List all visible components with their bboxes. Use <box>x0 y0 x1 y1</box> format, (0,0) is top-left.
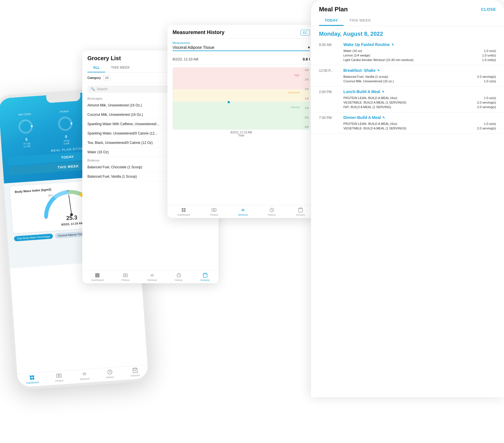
meal-item: PROTEIN LEAN- BUILD A MEAL (4oz) 1.0 oz(… <box>343 121 496 126</box>
grocery-nav-workout[interactable]: Workout <box>147 273 157 282</box>
svg-text:14: 14 <box>45 217 48 219</box>
meal-item: FAT- BUILD A MEAL (1 SERVING) 2.0 servin… <box>343 105 496 109</box>
svg-rect-13 <box>30 375 32 377</box>
meal-plan-tab-today[interactable]: TODAY <box>319 15 344 26</box>
grocery-bottom-nav: Dashboard Photos Workout History Grocery <box>82 270 219 283</box>
meal-plan-date: Monday, August 8, 2022 <box>311 26 504 39</box>
measurement-ec-button[interactable]: EC <box>301 30 310 35</box>
meal-name-1: Breakfast- Shake ✎ <box>343 68 496 73</box>
meal-item: VEGETABLE- BUILD A MEAL (1 SERVINGS) 2.0… <box>343 126 496 131</box>
grocery-tab-all[interactable]: ALL <box>87 63 105 72</box>
meas-nav-photos[interactable]: Photos <box>210 207 218 216</box>
meal-items-1: Balanced Fuel, Vanilla (1 scoop) 2.0 ser… <box>343 74 496 83</box>
meal-block-3: 7:30 PM Dinner-Build A Meal ✎ PROTEIN LE… <box>311 112 504 134</box>
chip-total-body-water[interactable]: Total Body Water Percentage <box>14 234 53 241</box>
chart-y-labels: 3.0 2.5 2.0 1.5 1.0 0.5 0.0 <box>305 68 308 129</box>
measurement-screen: Measurement History EC Measurement Visce… <box>167 25 315 218</box>
svg-text:18.5: 18.5 <box>48 194 53 197</box>
meal-plan-topbar: Meal Plan CLOSE <box>311 0 504 13</box>
nav-history[interactable]: History <box>106 369 114 379</box>
svg-point-28 <box>151 274 153 276</box>
measurement-bottom-nav: Dashboard Photos Workout History Grocery <box>167 205 315 218</box>
nav-photos[interactable]: Photos <box>55 373 63 383</box>
svg-rect-35 <box>182 210 184 212</box>
svg-point-27 <box>125 275 126 276</box>
meal-name-3: Dinner-Build A Meal ✎ <box>343 115 496 120</box>
grocery-title: Grocery List <box>87 55 121 62</box>
measurement-chart-area: 3.0 2.5 2.0 1.5 1.0 0.5 0.0 High Increas… <box>167 64 315 140</box>
meal-item: Balanced Fuel, Vanilla (1 scoop) 2.0 ser… <box>343 74 496 79</box>
svg-rect-16 <box>32 378 34 380</box>
svg-rect-34 <box>184 208 186 210</box>
meal-items-2: PROTEIN LEAN- BUILD A MEAL (4oz) 1.0 oz(… <box>343 96 496 109</box>
meal-item: Water (16 oz) 1.0 oz(s) <box>343 49 496 53</box>
close-button[interactable]: CLOSE <box>481 7 496 12</box>
meal-plan-screen: Meal Plan CLOSE TODAY THIS WEEK Monday, … <box>311 0 504 397</box>
meas-nav-dashboard[interactable]: Dashboard <box>177 207 190 216</box>
svg-rect-15 <box>30 378 32 380</box>
meas-nav-history[interactable]: History <box>268 207 276 216</box>
grocery-nav-history[interactable]: History <box>175 273 183 282</box>
svg-rect-33 <box>182 208 184 210</box>
svg-rect-26 <box>123 274 128 277</box>
meal-block-0: 9:30 AM Wake Up Fasted Routine ✎ Water (… <box>311 39 504 65</box>
nav-grocery[interactable]: Grocery <box>130 367 140 377</box>
meal-block-1: 12:00 P... Breakfast- Shake ✎ Balanced F… <box>311 65 504 87</box>
svg-rect-14 <box>32 375 34 377</box>
measurement-chart: 3.0 2.5 2.0 1.5 1.0 0.5 0.0 High Increas… <box>173 67 310 130</box>
nav-workout[interactable]: Workout <box>79 371 90 381</box>
chart-x-label: 8/2/22, 11:10 AM Time <box>173 131 310 137</box>
meal-edit-icon-1[interactable]: ✎ <box>377 69 380 72</box>
svg-rect-23 <box>98 273 99 275</box>
measurement-dropdown-row: Measurement Visceral Adipose Tissue ▾ <box>167 39 315 54</box>
svg-point-7 <box>70 213 73 216</box>
meal-item: Lemon (1/4 wedge) 1.0 unit(s) <box>343 53 496 58</box>
grocery-nav-dashboard[interactable]: Dashboard <box>91 273 104 282</box>
meal-edit-icon-2[interactable]: ✎ <box>382 90 384 93</box>
meal-time-1: 12:00 P... <box>319 68 339 73</box>
meal-items-3: PROTEIN LEAN- BUILD A MEAL (4oz) 1.0 oz(… <box>343 121 496 131</box>
svg-point-39 <box>242 209 244 211</box>
meas-nav-workout[interactable]: Workout <box>238 207 247 216</box>
svg-rect-17 <box>56 374 61 377</box>
meal-edit-icon-3[interactable]: ✎ <box>383 116 385 119</box>
search-icon: 🔍 <box>91 87 95 91</box>
meal-item: PROTEIN LEAN- BUILD A MEAL (4oz) 1.0 oz(… <box>343 96 496 100</box>
grocery-nav-grocery[interactable]: Grocery <box>201 273 210 282</box>
svg-text:25: 25 <box>66 190 69 192</box>
protein-stat: Protein 0 of 0g 0 left <box>56 109 75 146</box>
meal-plan-tab-thisweek[interactable]: THIS WEEK <box>344 15 377 26</box>
svg-rect-25 <box>98 276 99 277</box>
meal-name-0: Wake Up Fasted Routine ✎ <box>343 42 496 47</box>
svg-point-19 <box>83 373 85 375</box>
grocery-nav-photos[interactable]: Photos <box>121 273 129 282</box>
meal-time-0: 9:30 AM <box>319 42 339 47</box>
svg-point-38 <box>213 209 215 211</box>
svg-line-21 <box>133 369 137 369</box>
meal-plan-tab-bar: TODAY THIS WEEK <box>311 15 504 26</box>
search-input[interactable]: Search <box>97 87 108 91</box>
chart-zone-high <box>173 68 310 89</box>
meal-block-2: 2:00 PM Lunch-Build A Meal ✎ PROTEIN LEA… <box>311 87 504 112</box>
meal-item: Coconut Milk, Unsweetened (16 oz.) 1.0 o… <box>343 79 496 83</box>
meal-time-3: 7:30 PM <box>319 115 339 120</box>
svg-rect-24 <box>96 276 97 277</box>
svg-rect-22 <box>96 273 97 275</box>
grocery-tab-thisweek[interactable]: THIS WEEK <box>105 63 136 72</box>
category-dropdown[interactable]: All <box>103 75 111 81</box>
meal-edit-icon-0[interactable]: ✎ <box>392 43 394 46</box>
measurement-entry: 8/2/22, 11:10 AM 0.8 l <box>167 54 315 64</box>
svg-point-18 <box>58 375 60 376</box>
meal-item: VEGETABLE- BUILD A MEAL (1 SERVINGS) 2.0… <box>343 100 496 105</box>
measurement-dropdown[interactable]: Visceral Adipose Tissue ▾ <box>173 45 310 51</box>
svg-rect-36 <box>184 210 186 212</box>
nav-dashboard[interactable]: Dashboard <box>26 374 39 385</box>
meal-items-0: Water (16 oz) 1.0 oz(s) Lemon (1/4 wedge… <box>343 49 496 62</box>
svg-point-2 <box>58 117 72 131</box>
meal-name-2: Lunch-Build A Meal ✎ <box>343 89 496 94</box>
meas-nav-grocery[interactable]: Grocery <box>296 207 305 216</box>
meal-time-2: 2:00 PM <box>319 89 339 94</box>
phone-main-bottom-nav: Dashboard Photos Workout History Grocery <box>17 365 148 387</box>
svg-point-0 <box>19 120 32 133</box>
svg-rect-37 <box>212 209 216 212</box>
